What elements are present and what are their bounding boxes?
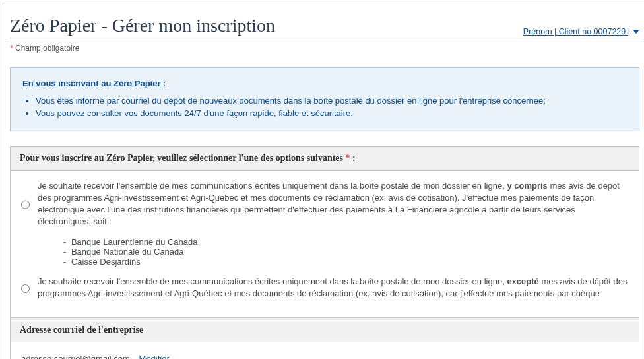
caret-down-icon	[633, 30, 639, 34]
page-container: Zéro Papier - Gérer mon inscription Prén…	[3, 3, 644, 359]
fieldset-title: Pour vous inscrire au Zéro Papier, veuil…	[20, 153, 629, 164]
option-exclude-text: Je souhaite recevoir l'ensemble de mes c…	[38, 276, 628, 300]
page-title: Zéro Papier - Gérer mon inscription	[10, 15, 275, 36]
form-panel: Pour vous inscrire au Zéro Papier, veuil…	[10, 146, 639, 360]
radio-include[interactable]	[21, 181, 30, 228]
panel-header: Pour vous inscrire au Zéro Papier, veuil…	[11, 147, 639, 171]
modify-email-link[interactable]: Modifier	[139, 354, 170, 359]
option-include-text: Je souhaite recevoir l'ensemble de mes c…	[38, 180, 628, 228]
email-section-header: Adresse courriel de l'entreprise	[11, 317, 639, 342]
info-list: Vous êtes informé par courriel du dépôt …	[22, 94, 627, 120]
title-row: Zéro Papier - Gérer mon inscription Prén…	[10, 3, 639, 38]
required-note: * Champ obligatoire	[10, 44, 639, 53]
fieldset-colon: :	[350, 153, 356, 163]
user-account-link[interactable]: Prénom | Client no 0007229 |	[523, 27, 639, 36]
opt2-bold: excepté	[507, 277, 538, 286]
bank-item: Banque Laurentienne du Canada	[63, 237, 628, 247]
option-include[interactable]: Je souhaite recevoir l'ensemble de mes c…	[21, 180, 628, 228]
options-group: Je souhaite recevoir l'ensemble de mes c…	[11, 171, 639, 317]
info-box: En vous inscrivant au Zéro Papier : Vous…	[10, 67, 639, 131]
asterisk-icon: *	[343, 153, 350, 163]
fieldset-legend: Pour vous inscrire au Zéro Papier, veuil…	[20, 153, 343, 163]
info-bullet: Vous pouvez consulter vos documents 24/7…	[36, 107, 627, 120]
bank-item: Banque Nationale du Canada	[63, 247, 628, 257]
bank-item: Caisse Desjardins	[63, 257, 628, 267]
bank-list: Banque Laurentienne du Canada Banque Nat…	[21, 237, 628, 267]
opt1-pre: Je souhaite recevoir l'ensemble de mes c…	[38, 181, 507, 191]
asterisk-icon: *	[10, 44, 13, 53]
info-title: En vous inscrivant au Zéro Papier :	[22, 77, 627, 90]
email-section-body: adresse.courriel@gmail.com Modifier	[11, 342, 639, 359]
email-section-title: Adresse courriel de l'entreprise	[20, 325, 629, 335]
opt1-bold: y compris	[507, 181, 547, 191]
radio-exclude[interactable]	[21, 277, 30, 300]
opt2-pre: Je souhaite recevoir l'ensemble de mes c…	[38, 277, 507, 286]
info-bullet: Vous êtes informé par courriel du dépôt …	[36, 94, 627, 108]
required-note-text: Champ obligatoire	[15, 44, 79, 53]
user-account-label: Prénom | Client no 0007229 |	[523, 27, 630, 36]
option-exclude[interactable]: Je souhaite recevoir l'ensemble de mes c…	[21, 276, 628, 300]
email-value: adresse.courriel@gmail.com	[21, 354, 130, 359]
